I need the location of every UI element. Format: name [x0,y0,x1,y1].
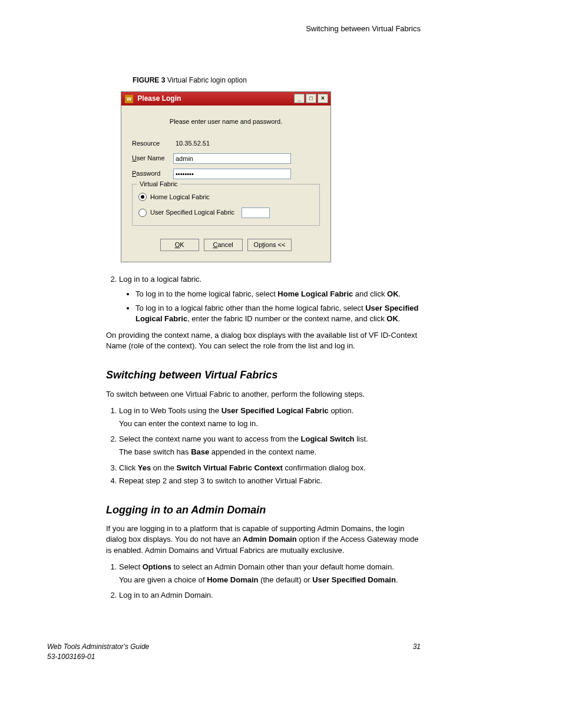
figure-label: FIGURE 3 [133,76,165,84]
radio-unselected-icon [138,209,147,217]
resource-label: Resource [132,139,173,148]
switching-intro: To switch between one Virtual Fabric to … [106,389,421,400]
username-input[interactable] [173,153,291,164]
figure-title: Virtual Fabric login option [167,76,247,84]
admin-steps: Select Options to select an Admin Domain… [106,562,421,601]
radio-home-logical-fabric[interactable]: Home Logical Fabric [138,193,313,202]
radio-home-label: Home Logical Fabric [150,193,210,202]
username-label: User Name [132,154,173,163]
virtual-fabric-group: Virtual Fabric Home Logical Fabric User … [132,184,320,226]
virtual-fabric-legend: Virtual Fabric [137,180,180,189]
switch-step-3: Click Yes on the Switch Virtual Fabric C… [119,463,421,473]
step-list-login: Log in to a logical fabric. To log in to… [106,274,421,324]
password-row: Password [132,169,320,179]
close-icon[interactable]: × [318,94,328,103]
step-2-text: Log in to a logical fabric. [119,275,201,284]
login-dialog-figure: W Please Login _ □ × Please enter user n… [121,91,421,262]
ok-button[interactable]: OK [160,239,199,251]
footer-doc-number: 53-1003169-01 [47,652,149,662]
admin-intro: If you are logging in to a platform that… [106,523,421,556]
admin-step-1-note: You are given a choice of Home Domain (t… [119,575,421,585]
section-heading-admin-domain: Logging in to an Admin Domain [106,503,421,518]
footer-page-number: 31 [413,642,421,662]
switch-step-1: Log in to Web Tools using the User Speci… [119,406,421,429]
dialog-prompt: Please enter user name and password. [132,117,320,126]
running-header: Switching between Virtual Fabrics [47,24,421,34]
switch-step-1-note: You can enter the context name to log in… [119,419,421,429]
username-row: User Name [132,153,320,164]
resource-value: 10.35.52.51 [173,139,210,148]
resource-row: Resource 10.35.52.51 [132,139,320,148]
switch-step-2: Select the context name you want to acce… [119,434,421,457]
admin-step-1: Select Options to select an Admin Domain… [119,562,421,585]
minimize-icon[interactable]: _ [294,94,305,103]
switch-step-2-note: The base switch has Base appended in the… [119,447,421,457]
step-2-bullet-2: To log in to a logical fabric other than… [135,303,421,324]
radio-user-specified-fabric[interactable]: User Specified Logical Fabric [138,207,313,218]
context-note-paragraph: On providing the context name, a dialog … [106,330,421,351]
switch-step-4: Repeat step 2 and step 3 to switch to an… [119,476,421,486]
radio-selected-icon [138,193,147,201]
step-2-sublist: To log in to the home logical fabric, se… [119,289,421,325]
fabric-id-input[interactable] [242,207,270,218]
step-2-bullet-1: To log in to the home logical fabric, se… [135,289,421,299]
footer-doc-title: Web Tools Administrator's Guide [47,642,149,652]
password-label: Password [132,169,173,178]
dialog-titlebar: W Please Login _ □ × [121,92,330,106]
step-2: Log in to a logical fabric. To log in to… [119,274,421,324]
section-heading-switching: Switching between Virtual Fabrics [106,368,421,383]
admin-step-2: Log in to an Admin Domain. [119,590,421,601]
options-button[interactable]: Options << [247,239,292,251]
app-icon: W [125,95,133,103]
password-input[interactable] [173,169,291,179]
maximize-icon[interactable]: □ [306,94,316,103]
switching-steps: Log in to Web Tools using the User Speci… [106,406,421,486]
figure-caption: FIGURE 3 Virtual Fabric login option [133,75,421,85]
radio-user-label: User Specified Logical Fabric [150,208,234,217]
login-dialog: W Please Login _ □ × Please enter user n… [121,91,331,262]
dialog-title: Please Login [137,94,181,103]
cancel-button[interactable]: Cancel [204,239,243,251]
page-footer: Web Tools Administrator's Guide 53-10031… [47,642,421,662]
